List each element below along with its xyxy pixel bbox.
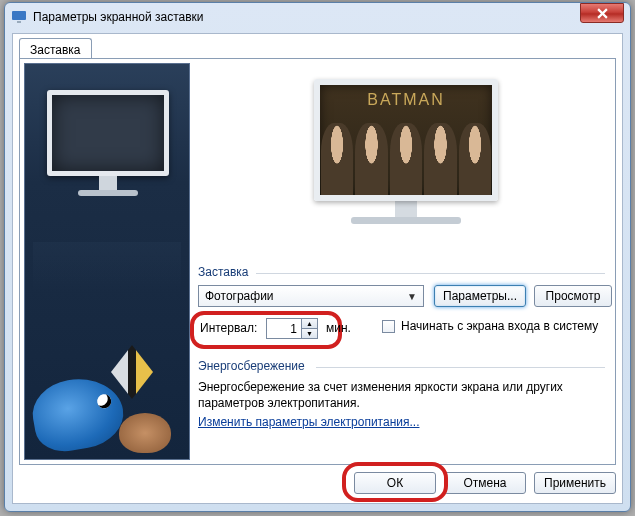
screensaver-select-value: Фотографии	[205, 289, 274, 303]
shark-graphic	[28, 372, 129, 457]
screensaver-icon	[11, 9, 27, 25]
client-area: Заставка BATMAN З	[12, 33, 623, 504]
interval-unit: мин.	[326, 321, 351, 335]
tab-panel: BATMAN Заставка Фотографии ▼ Параметры..…	[19, 58, 616, 465]
angelfish-graphic	[111, 345, 153, 399]
sidebar-monitor-graphic	[47, 90, 169, 206]
svg-rect-0	[12, 11, 26, 20]
spinner-down[interactable]: ▼	[301, 329, 317, 338]
settings-button[interactable]: Параметры...	[434, 285, 526, 307]
preview-monitor: BATMAN	[314, 79, 498, 224]
group-label-screensaver: Заставка	[198, 265, 249, 279]
settings-pane: BATMAN Заставка Фотографии ▼ Параметры..…	[198, 63, 609, 460]
shell-graphic	[119, 413, 171, 453]
on-resume-checkbox-row: Начинать с экрана входа в систему	[382, 319, 598, 333]
group-label-energy: Энергосбережение	[198, 359, 305, 373]
energy-description: Энергосбережение за счет изменения яркос…	[198, 379, 599, 411]
ok-button[interactable]: ОК	[354, 472, 436, 494]
titlebar[interactable]: Параметры экранной заставки	[5, 3, 630, 31]
sidebar-illustration	[24, 63, 190, 460]
cancel-button[interactable]: Отмена	[444, 472, 526, 494]
close-button[interactable]	[580, 3, 624, 23]
interval-spinner[interactable]: ▲ ▼	[266, 318, 318, 339]
window-title: Параметры экранной заставки	[33, 10, 624, 24]
power-settings-link[interactable]: Изменить параметры электропитания...	[198, 415, 419, 429]
screensaver-select[interactable]: Фотографии ▼	[198, 285, 424, 307]
preview-button[interactable]: Просмотр	[534, 285, 612, 307]
on-resume-checkbox[interactable]	[382, 320, 395, 333]
interval-input[interactable]	[267, 319, 301, 338]
svg-rect-1	[17, 21, 21, 23]
dialog-footer: ОК Отмена Применить	[19, 469, 616, 497]
preview-content-title: BATMAN	[320, 91, 492, 109]
chevron-down-icon: ▼	[407, 291, 417, 302]
close-icon	[597, 8, 608, 19]
screensaver-settings-window: Параметры экранной заставки Заставка	[4, 2, 631, 512]
on-resume-label: Начинать с экрана входа в систему	[401, 319, 598, 333]
apply-button[interactable]: Применить	[534, 472, 616, 494]
spinner-up[interactable]: ▲	[301, 319, 317, 329]
interval-label: Интервал:	[200, 321, 257, 335]
